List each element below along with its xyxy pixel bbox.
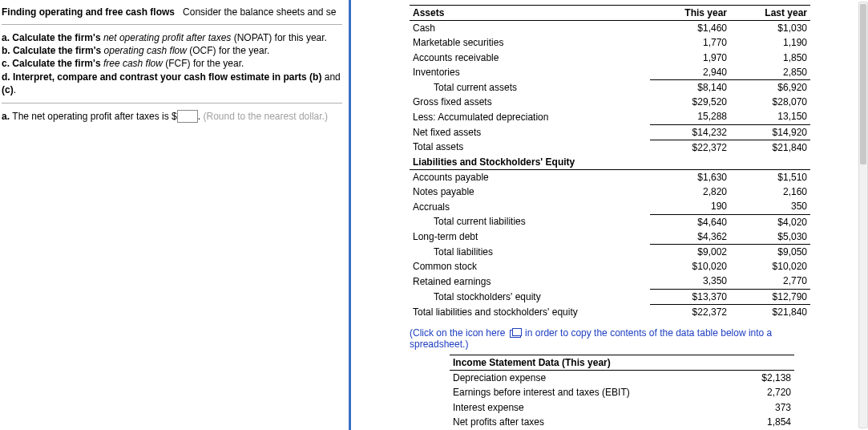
row-label: Total liabilities [410, 245, 650, 260]
data-panel: Assets This year Last year Cash$1,460$1,… [353, 0, 857, 430]
row-this-year: $10,020 [650, 259, 730, 274]
bs-liab-label: Liabilities and Stockholders' Equity [410, 155, 650, 170]
row-this-year: 15,288 [650, 109, 730, 124]
row-label: Earnings before interest and taxes (EBIT… [450, 385, 714, 400]
bs-liab-header: Liabilities and Stockholders' Equity [410, 155, 810, 170]
question-a: a. Calculate the firm's net operating pr… [2, 31, 342, 44]
row-last-year: $1,510 [730, 170, 810, 185]
question-d: d. Interpret, compare and contrast your … [2, 71, 342, 96]
row-value: 2,720 [714, 385, 794, 400]
row-this-year: $22,372 [650, 304, 730, 319]
row-label: Gross fixed assets [410, 95, 650, 109]
table-row: Net profits after taxes1,854 [450, 415, 794, 429]
row-label: Depreciation expense [450, 371, 714, 386]
table-row: Depreciation expense$2,138 [450, 371, 794, 386]
row-label: Retained earnings [410, 274, 650, 289]
table-row: Less: Accumulated depreciation15,28813,1… [410, 109, 810, 124]
answer-a-input[interactable] [177, 110, 198, 123]
table-row: Total current assets$8,140$6,920 [410, 79, 810, 95]
table-row: Total liabilities and stockholders' equi… [410, 304, 810, 319]
row-this-year: $14,232 [650, 124, 730, 140]
row-this-year: 3,350 [650, 274, 730, 289]
balance-sheet-table: Assets This year Last year Cash$1,460$1,… [410, 5, 810, 319]
row-last-year: 350 [730, 199, 810, 214]
answer-a-text: The net operating profit after taxes is … [12, 111, 176, 122]
row-label: Cash [410, 21, 650, 36]
row-last-year: $1,030 [730, 21, 810, 36]
table-row: Total current liabilities$4,640$4,020 [410, 214, 810, 229]
question-c: c. Calculate the firm's free cash flow (… [2, 57, 342, 70]
table-row: Total assets$22,372$21,840 [410, 140, 810, 155]
answer-a-hint: (Round to the nearest dollar.) [203, 111, 327, 122]
row-value: 373 [714, 400, 794, 415]
row-label: Common stock [410, 259, 650, 274]
row-this-year: $4,362 [650, 229, 730, 245]
table-row: Cash$1,460$1,030 [410, 21, 810, 36]
question-b: b. Calculate the firm's operating cash f… [2, 44, 342, 57]
row-label: Marketable securities [410, 35, 650, 50]
row-last-year: $6,920 [730, 79, 810, 95]
row-last-year: 1,850 [730, 51, 810, 65]
question-list: a. Calculate the firm's net operating pr… [2, 31, 342, 96]
bs-header-assets: Assets [410, 6, 650, 21]
vertical-scrollbar[interactable] [858, 2, 868, 428]
row-this-year: $8,140 [650, 79, 730, 95]
row-label: Total assets [410, 140, 650, 155]
table-row: Notes payable2,8202,160 [410, 185, 810, 199]
copy-note: (Click on the icon here in order to copy… [410, 327, 833, 350]
row-label: Accounts payable [410, 170, 650, 185]
row-last-year: 2,160 [730, 185, 810, 199]
answer-a-line: a. The net operating profit after taxes … [2, 110, 342, 123]
row-last-year: $21,840 [730, 140, 810, 155]
row-this-year: $13,370 [650, 289, 730, 304]
row-last-year: $9,050 [730, 245, 810, 260]
copy-note-pre: (Click on the icon here [410, 327, 508, 339]
table-row: Total liabilities$9,002$9,050 [410, 245, 810, 260]
table-row: Accounts payable$1,630$1,510 [410, 170, 810, 185]
bs-header-last-year: Last year [730, 6, 810, 21]
table-row: Common stock$10,020$10,020 [410, 259, 810, 274]
row-last-year: $4,020 [730, 214, 810, 229]
row-this-year: $1,460 [650, 21, 730, 36]
table-row: Net fixed assets$14,232$14,920 [410, 124, 810, 140]
row-label: Total stockholders' equity [410, 289, 650, 304]
title-rest: Consider the balance sheets and se [183, 6, 336, 18]
divider [2, 24, 342, 25]
scrollbar-thumb[interactable] [860, 4, 866, 164]
row-label: Net profits after taxes [450, 415, 714, 429]
row-last-year: $12,790 [730, 289, 810, 304]
row-last-year: $28,070 [730, 95, 810, 109]
table-row: Interest expense373 [450, 400, 794, 415]
table-row: Inventories2,9402,850 [410, 65, 810, 80]
question-title: Finding operating and free cash flows Co… [2, 5, 342, 19]
row-label: Accruals [410, 199, 650, 214]
row-label: Less: Accumulated depreciation [410, 109, 650, 124]
row-label: Long-term debt [410, 229, 650, 245]
row-this-year: 190 [650, 199, 730, 214]
row-label: Total current assets [410, 79, 650, 95]
title-bold: Finding operating and free cash flows [2, 6, 175, 18]
row-last-year: 2,770 [730, 274, 810, 289]
bs-header-row: Assets This year Last year [410, 6, 810, 21]
row-this-year: 1,970 [650, 51, 730, 65]
table-row: Long-term debt$4,362$5,030 [410, 229, 810, 245]
copy-icon[interactable] [510, 330, 521, 338]
row-label: Accounts receivable [410, 51, 650, 65]
row-last-year: $21,840 [730, 304, 810, 319]
row-value: $2,138 [714, 371, 794, 386]
row-label: Net fixed assets [410, 124, 650, 140]
row-last-year: 13,150 [730, 109, 810, 124]
table-row: Marketable securities1,7701,190 [410, 35, 810, 50]
row-label: Inventories [410, 65, 650, 80]
row-label: Notes payable [410, 185, 650, 199]
row-last-year: $14,920 [730, 124, 810, 140]
income-statement-table: Income Statement Data (This year) Deprec… [450, 355, 794, 430]
row-last-year: $10,020 [730, 259, 810, 274]
row-label: Total current liabilities [410, 214, 650, 229]
row-this-year: $9,002 [650, 245, 730, 260]
is-header: Income Statement Data (This year) [450, 355, 794, 370]
table-row: Earnings before interest and taxes (EBIT… [450, 385, 794, 400]
row-this-year: 1,770 [650, 35, 730, 50]
row-label: Interest expense [450, 400, 714, 415]
row-this-year: $29,520 [650, 95, 730, 109]
